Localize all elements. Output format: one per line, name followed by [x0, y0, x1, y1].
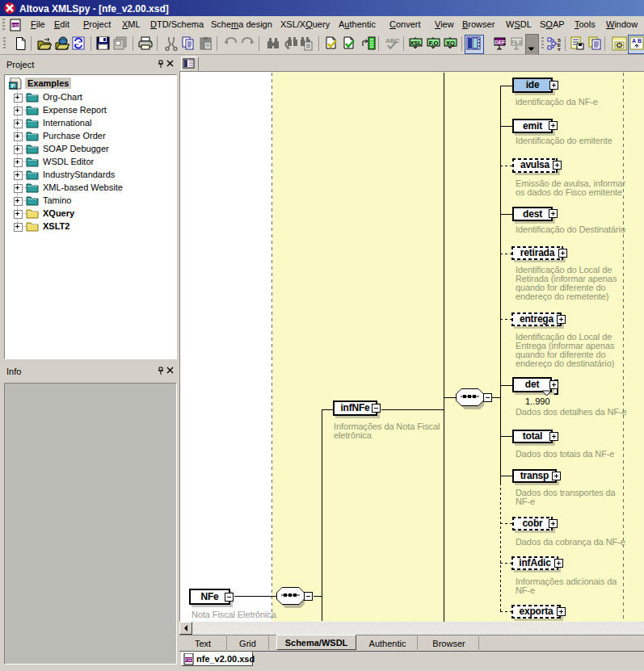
svg-text:T: T [558, 48, 561, 51]
svg-text:DEF: DEF [495, 40, 505, 45]
svg-text:XSD: XSD [11, 23, 20, 28]
svg-text:XQ: XQ [446, 40, 455, 47]
svg-text:FILE: FILE [511, 40, 523, 45]
svg-text:P: P [11, 83, 15, 89]
svg-text:XSD: XSD [184, 657, 193, 662]
svg-text:XSL: XSL [410, 40, 422, 47]
svg-text:ABC: ABC [385, 37, 400, 44]
svg-text:F.O: F.O [429, 40, 439, 47]
svg-text:B: B [638, 38, 642, 44]
svg-text:A: A [632, 38, 636, 44]
